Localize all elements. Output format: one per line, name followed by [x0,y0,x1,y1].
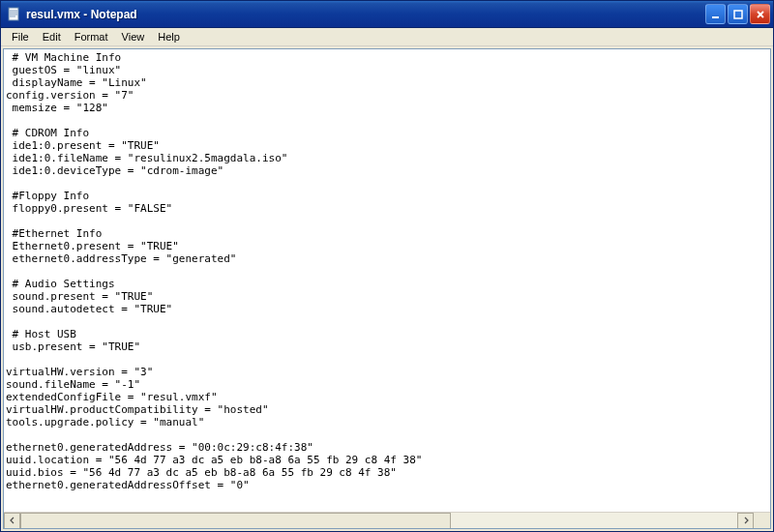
horizontal-scrollbar[interactable] [4,512,770,528]
text-editor[interactable]: # VM Machine Info guestOS = "linux" disp… [4,49,770,512]
menu-help[interactable]: Help [151,29,187,44]
scrollbar-thumb[interactable] [20,513,451,529]
editor-container: # VM Machine Info guestOS = "linux" disp… [3,48,771,529]
svg-rect-2 [734,11,742,18]
minimize-button[interactable] [705,4,726,24]
maximize-button[interactable] [728,4,748,24]
scroll-right-button[interactable] [737,513,754,529]
menu-format[interactable]: Format [68,29,115,44]
title-bar[interactable]: resul.vmx - Notepad [1,1,773,28]
svg-rect-1 [712,16,719,18]
scroll-left-button[interactable] [4,513,20,529]
notepad-window: resul.vmx - Notepad File Edit Format Vie… [0,0,774,532]
menu-file[interactable]: File [5,29,36,44]
window-title: resul.vmx - Notepad [26,8,705,21]
menu-edit[interactable]: Edit [36,29,68,44]
close-button[interactable] [750,4,770,24]
scrollbar-track[interactable] [20,513,737,529]
menu-bar: File Edit Format View Help [1,28,773,46]
menu-view[interactable]: View [115,29,152,44]
window-controls [705,4,770,24]
notepad-icon [7,7,22,22]
svg-rect-0 [9,8,18,20]
scrollbar-corner [754,513,770,529]
